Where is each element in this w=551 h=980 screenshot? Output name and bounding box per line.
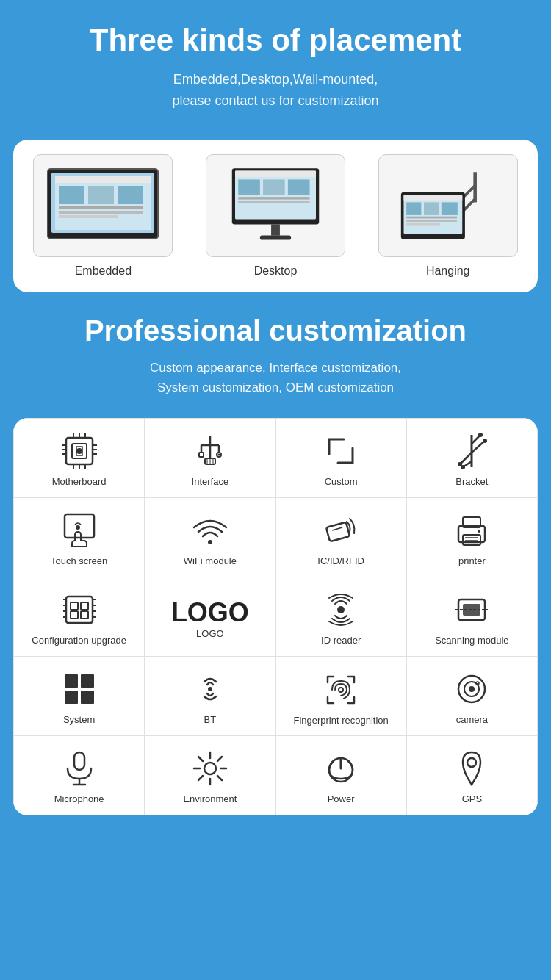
fingerprint-icon — [322, 671, 360, 709]
cell-scanning: Scanning module — [406, 577, 537, 657]
placement-embedded: Embedded — [21, 154, 186, 278]
svg-line-117 — [198, 776, 203, 780]
cell-printer: printer — [406, 498, 537, 577]
cell-custom: Custom — [276, 419, 406, 498]
cell-motherboard: Motherboard — [14, 419, 145, 498]
gps-icon — [453, 749, 491, 788]
cell-wifi: WiFi module — [145, 498, 276, 577]
system-label: System — [18, 714, 140, 727]
motherboard-label: Motherboard — [18, 476, 140, 489]
svg-point-64 — [478, 433, 483, 437]
svg-point-69 — [76, 525, 80, 530]
svg-rect-81 — [81, 602, 88, 610]
fingerprint-label: Fingerprint recognition — [280, 715, 403, 727]
svg-rect-18 — [271, 224, 280, 235]
cell-bt: BT — [145, 657, 276, 736]
svg-point-101 — [339, 688, 343, 692]
svg-point-120 — [467, 758, 476, 767]
svg-rect-24 — [403, 195, 462, 234]
printer-label: printer — [411, 555, 533, 568]
svg-rect-8 — [59, 211, 143, 214]
svg-rect-15 — [288, 179, 310, 195]
svg-rect-13 — [238, 179, 260, 195]
svg-rect-96 — [65, 674, 78, 688]
svg-point-105 — [476, 682, 479, 685]
placement-hanging: Hanging — [365, 154, 530, 278]
scanning-icon — [453, 591, 491, 629]
id-reader-label: ID reader — [280, 635, 403, 647]
config-label: Configuration upgrade — [18, 635, 140, 647]
customization-subtitle: Custom appearance, Interface customizati… — [15, 358, 536, 397]
cell-config: Configuration upgrade — [14, 577, 145, 657]
microphone-label: Microphone — [18, 793, 140, 806]
svg-point-65 — [483, 439, 487, 443]
touch-screen-label: Touch screen — [18, 555, 140, 568]
logo-label: LOGO — [148, 628, 271, 641]
svg-line-114 — [198, 757, 203, 761]
svg-rect-52 — [199, 453, 204, 457]
svg-line-72 — [332, 527, 342, 530]
table-row: Microphone Environme — [14, 735, 538, 815]
svg-rect-26 — [406, 202, 421, 215]
camera-label: camera — [411, 714, 533, 727]
svg-point-54 — [217, 454, 220, 456]
camera-icon — [453, 670, 491, 708]
svg-point-100 — [208, 687, 212, 691]
svg-rect-3 — [55, 176, 151, 183]
svg-rect-75 — [463, 535, 480, 545]
embedded-label: Embedded — [75, 264, 132, 278]
logo-text-display: LOGO — [171, 597, 249, 627]
table-row: System BT — [14, 657, 538, 736]
environment-icon — [191, 749, 229, 788]
svg-rect-31 — [406, 223, 440, 226]
svg-rect-83 — [81, 611, 88, 619]
cell-fingerprint: Fingerprint recognition — [276, 657, 406, 736]
wifi-label: WiFi module — [148, 555, 271, 568]
header-section: Three kinds of placement Embedded,Deskto… — [0, 0, 551, 126]
cell-idreader: ID reader — [276, 577, 406, 657]
page-title: Three kinds of placement — [15, 22, 536, 59]
svg-rect-29 — [406, 217, 457, 219]
environment-label: Environment — [148, 793, 271, 806]
power-label: Power — [280, 793, 403, 806]
customization-title: Professional customization — [15, 314, 536, 347]
placement-images: Embedded Deskt — [21, 154, 530, 278]
cell-touchscreen: Touch screen — [14, 498, 145, 577]
cell-bracket: Bracket — [406, 419, 537, 498]
table-row: Touch screen WiFi module — [14, 498, 538, 577]
placement-card: Embedded Deskt — [13, 140, 538, 292]
cell-interface: Interface — [145, 419, 276, 498]
svg-point-67 — [461, 465, 465, 469]
desktop-label: Desktop — [254, 264, 298, 278]
svg-rect-9 — [59, 215, 118, 218]
cell-microphone: Microphone — [14, 735, 145, 815]
features-table: Motherboard — [13, 418, 538, 815]
svg-point-70 — [208, 540, 212, 544]
svg-point-109 — [204, 763, 216, 774]
table-row: Motherboard — [14, 419, 538, 498]
svg-rect-106 — [74, 752, 84, 770]
cell-environment: Environment — [145, 735, 276, 815]
gps-label: GPS — [411, 793, 533, 806]
bt-icon — [191, 670, 229, 708]
svg-point-78 — [478, 530, 480, 533]
svg-point-92 — [337, 606, 345, 613]
svg-rect-7 — [59, 206, 143, 209]
motherboard-icon — [60, 432, 98, 470]
power-icon — [322, 749, 360, 788]
wifi-icon — [191, 511, 229, 550]
svg-rect-71 — [326, 522, 350, 542]
interface-label: Interface — [148, 476, 271, 489]
desktop-image-box — [206, 154, 345, 257]
id-reader-icon — [322, 591, 360, 629]
svg-line-115 — [217, 776, 222, 780]
svg-rect-82 — [71, 611, 78, 619]
svg-point-104 — [469, 686, 475, 692]
embedded-image-box — [33, 154, 173, 257]
features-grid-card: Motherboard — [13, 418, 538, 815]
svg-rect-14 — [263, 179, 285, 195]
svg-rect-80 — [71, 602, 78, 610]
svg-rect-11 — [235, 171, 316, 220]
cell-logo: LOGO LOGO — [145, 577, 276, 657]
cell-camera: camera — [406, 657, 537, 736]
